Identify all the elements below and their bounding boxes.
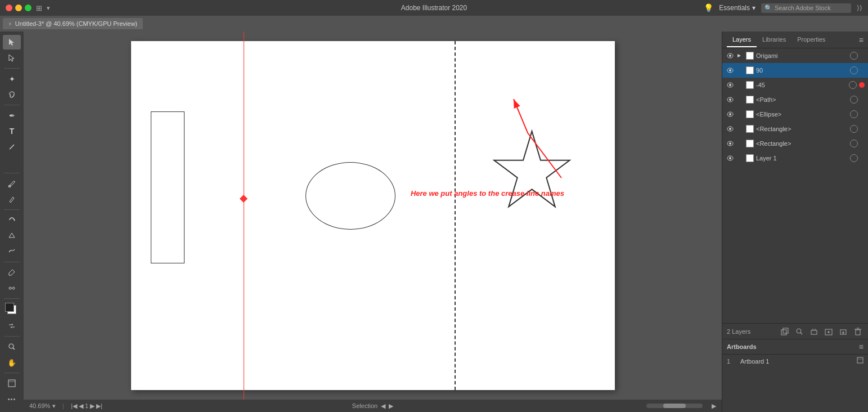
zoom-to-layer-btn[interactable] bbox=[794, 326, 805, 337]
svg-rect-50 bbox=[857, 357, 863, 363]
layer-origami[interactable]: Origami bbox=[722, 48, 868, 63]
nav-first-btn[interactable]: |◀ bbox=[71, 402, 77, 410]
layer-target-rect1[interactable] bbox=[850, 125, 858, 133]
search-stock-input[interactable]: 🔍 Search Adobe Stock bbox=[761, 3, 851, 13]
horizontal-scrollbar[interactable] bbox=[646, 404, 703, 408]
scroll-end-btn[interactable]: ▶ bbox=[712, 402, 716, 410]
document-tab[interactable]: × Untitled-3* @ 40.69% (CMYK/GPU Preview… bbox=[3, 18, 143, 29]
layer-1[interactable]: Layer 1 bbox=[722, 151, 868, 165]
layer-path[interactable]: <Path> bbox=[722, 92, 868, 107]
workspace-selector[interactable]: Essentials ▾ bbox=[719, 4, 755, 12]
scroll-right-btn[interactable]: ▶ bbox=[389, 402, 393, 410]
type-tool-btn[interactable]: T bbox=[3, 124, 21, 138]
panel-menu-icon[interactable]: ≡ bbox=[859, 35, 863, 44]
eyedropper-tool-btn[interactable] bbox=[3, 265, 21, 280]
eye-icon-rect2[interactable] bbox=[726, 139, 735, 148]
layer-target-origami[interactable] bbox=[850, 52, 858, 60]
tool-name-display: Selection ◀ ▶ bbox=[352, 402, 393, 410]
nav-last-btn[interactable]: ▶| bbox=[96, 402, 102, 410]
svg-marker-1 bbox=[9, 55, 14, 61]
rectangle-tool-btn[interactable] bbox=[3, 155, 21, 170]
handle-middle[interactable] bbox=[239, 195, 247, 203]
layer-target-ellipse[interactable] bbox=[850, 110, 858, 118]
artboards-menu-icon[interactable]: ≡ bbox=[859, 342, 863, 351]
pen-tool-btn[interactable]: ✒ bbox=[3, 108, 21, 123]
layer-target--45[interactable] bbox=[849, 81, 857, 89]
close-button[interactable] bbox=[6, 5, 12, 11]
blend-tool-btn[interactable] bbox=[3, 281, 21, 295]
canvas-scroll[interactable]: Here we put angles to the crease line na… bbox=[24, 32, 722, 400]
new-sublayer-btn[interactable] bbox=[823, 326, 834, 337]
layer-name-rect1: <Rectangle> bbox=[756, 126, 848, 132]
tab-libraries[interactable]: Libraries bbox=[757, 33, 791, 47]
scrollbar-thumb bbox=[663, 404, 686, 408]
delete-layer-btn[interactable] bbox=[852, 326, 863, 337]
scroll-left-btn[interactable]: ◀ bbox=[381, 402, 385, 410]
tool-separator-3 bbox=[4, 173, 20, 173]
direct-selection-tool-btn[interactable] bbox=[3, 51, 21, 65]
layer-90[interactable]: 90 bbox=[722, 63, 868, 78]
more-tools-btn[interactable]: ••• bbox=[3, 392, 21, 409]
layer-ellipse[interactable]: <Ellipse> bbox=[722, 107, 868, 122]
swap-colors-btn[interactable] bbox=[3, 319, 21, 333]
eye-icon-path[interactable] bbox=[726, 95, 735, 104]
lasso-tool-btn[interactable] bbox=[3, 87, 21, 102]
layer--45[interactable]: -45 bbox=[722, 78, 868, 92]
layer-name-ellipse: <Ellipse> bbox=[756, 111, 848, 118]
nav-next-btn[interactable]: ▶ bbox=[90, 402, 95, 410]
rotate-tool-btn[interactable] bbox=[3, 213, 21, 227]
app-title: Adobe Illustrator 2020 bbox=[401, 4, 467, 12]
layer-target-rect2[interactable] bbox=[850, 140, 858, 147]
tab-close-button[interactable]: × bbox=[8, 21, 12, 27]
artboard-tool-btn[interactable] bbox=[3, 376, 21, 391]
zoom-control[interactable]: 40.69% ▾ bbox=[29, 402, 56, 410]
shape-ellipse[interactable] bbox=[305, 162, 395, 230]
artboard[interactable] bbox=[131, 41, 615, 390]
panel-collapse-icon[interactable]: ⟩⟩ bbox=[857, 4, 862, 12]
zoom-tool-btn[interactable] bbox=[3, 339, 21, 354]
window-layout-icon[interactable]: ⊞ bbox=[36, 4, 42, 12]
shape-rectangle[interactable] bbox=[151, 111, 185, 263]
nav-prev-btn[interactable]: ◀ bbox=[79, 402, 83, 410]
svg-point-18 bbox=[729, 55, 731, 57]
make-sublayer-btn[interactable] bbox=[779, 326, 790, 337]
hand-tool-btn[interactable]: ✋ bbox=[3, 355, 21, 370]
minimize-button[interactable] bbox=[15, 5, 22, 11]
window-layout-arrow[interactable]: ▾ bbox=[47, 5, 50, 12]
eye-icon-origami[interactable] bbox=[726, 51, 735, 60]
eye-icon-90[interactable] bbox=[726, 66, 735, 75]
tab-layers[interactable]: Layers bbox=[727, 33, 757, 47]
maximize-button[interactable] bbox=[25, 5, 32, 11]
collect-layers-btn[interactable] bbox=[808, 326, 820, 337]
layer-rectangle-1[interactable]: <Rectangle> bbox=[722, 122, 868, 136]
layer-swatch-rect1 bbox=[746, 125, 754, 133]
artboard-item-1[interactable]: 1 Artboard 1 bbox=[722, 355, 868, 368]
artboard-settings-icon[interactable] bbox=[857, 357, 863, 365]
selection-tool-btn[interactable] bbox=[3, 35, 21, 50]
paintbrush-tool-btn[interactable] bbox=[3, 176, 21, 191]
foreground-color-swatch[interactable] bbox=[5, 303, 14, 312]
layer-expand-arrow-origami[interactable] bbox=[737, 53, 744, 58]
magic-wand-tool-btn[interactable]: ✦ bbox=[3, 71, 21, 86]
tab-properties[interactable]: Properties bbox=[791, 33, 831, 47]
top-menu-bar: ⊞ ▾ Adobe Illustrator 2020 💡 Essentials … bbox=[0, 0, 868, 16]
svg-point-31 bbox=[729, 142, 731, 145]
eye-icon-rect1[interactable] bbox=[726, 124, 735, 133]
line-tool-btn[interactable] bbox=[3, 140, 21, 154]
eye-icon-ellipse[interactable] bbox=[726, 110, 735, 119]
scale-tool-btn[interactable] bbox=[3, 229, 21, 243]
lightbulb-icon[interactable]: 💡 bbox=[704, 3, 713, 12]
svg-point-29 bbox=[729, 128, 731, 130]
page-navigation: |◀ ◀ 1 ▶ ▶| bbox=[71, 402, 102, 410]
eye-icon-layer1[interactable] bbox=[726, 154, 735, 163]
new-layer-btn[interactable] bbox=[838, 326, 849, 337]
color-tool[interactable] bbox=[3, 303, 21, 316]
eye-icon--45[interactable] bbox=[726, 80, 735, 89]
layer-target-90[interactable] bbox=[850, 66, 858, 74]
pencil-tool-btn[interactable] bbox=[3, 192, 21, 207]
warp-tool-btn[interactable] bbox=[3, 244, 21, 259]
layer-target-layer1[interactable] bbox=[850, 154, 858, 162]
layer-rectangle-2[interactable]: <Rectangle> bbox=[722, 136, 868, 151]
shape-star[interactable] bbox=[491, 128, 573, 218]
layer-target-path[interactable] bbox=[850, 96, 858, 104]
